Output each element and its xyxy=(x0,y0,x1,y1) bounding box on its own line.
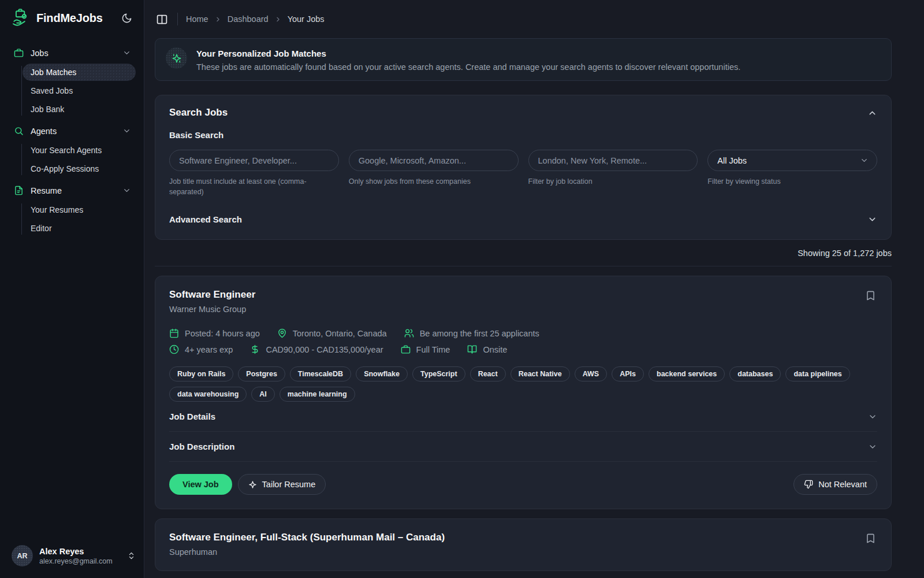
content: Your Personalized Job Matches These jobs… xyxy=(144,38,924,578)
job-meta: Posted: 4 hours ago Toronto, Ontario, Ca… xyxy=(169,328,877,354)
nav-group-label: Jobs xyxy=(31,49,49,58)
tailor-resume-button[interactable]: Tailor Resume xyxy=(238,474,326,495)
theme-toggle-button[interactable] xyxy=(119,10,135,26)
user-email: alex.reyes@gmail.com xyxy=(39,557,113,565)
chevron-down-icon xyxy=(122,49,131,57)
job-tag: TimescaleDB xyxy=(290,366,351,381)
nav-group-jobs: Jobs Job Matches Saved Jobs Job Bank xyxy=(8,43,136,118)
topbar-divider xyxy=(177,13,178,25)
job-details-toggle[interactable]: Job Details xyxy=(169,402,877,432)
sidebar-item-co-apply-sessions[interactable]: Co-Apply Sessions xyxy=(23,160,136,177)
chevron-right-icon xyxy=(214,16,222,23)
chevron-down-icon xyxy=(860,156,869,165)
not-relevant-label: Not Relevant xyxy=(818,480,867,489)
file-text-icon xyxy=(14,186,24,195)
nav-sublist-jobs: Job Matches Saved Jobs Job Bank xyxy=(21,64,136,118)
viewing-status-select[interactable]: All Jobs xyxy=(707,150,877,171)
briefcase-icon xyxy=(401,344,411,354)
bookmark-icon xyxy=(865,533,876,544)
banner-description: These jobs are automatically found based… xyxy=(196,62,740,72)
sidebar-item-job-matches[interactable]: Job Matches xyxy=(23,64,136,81)
job-title: Software Engineer xyxy=(169,289,255,301)
search-jobs-title: Search Jobs xyxy=(169,107,228,118)
map-pin-icon xyxy=(277,328,287,338)
nav-sublist-agents: Your Search Agents Co-Apply Sessions xyxy=(21,142,136,177)
nav-group-jobs-header[interactable]: Jobs xyxy=(8,43,136,62)
sidebar-item-editor[interactable]: Editor xyxy=(23,220,136,237)
job-tag: machine learning xyxy=(280,387,355,402)
avatar: AR xyxy=(12,545,33,566)
job-tag: AWS xyxy=(575,366,607,381)
nav-group-label: Agents xyxy=(31,127,57,136)
chevron-down-icon xyxy=(122,186,131,195)
user-menu[interactable]: AR Alex Reyes alex.reyes@gmail.com xyxy=(0,536,144,578)
job-card-header: Software Engineer, Full-Stack (Superhuma… xyxy=(169,532,877,557)
nav-sublist-resume: Your Resumes Editor xyxy=(21,201,136,237)
sidebar-item-job-bank[interactable]: Job Bank xyxy=(23,101,136,118)
sidebar: FindMeJobs Jobs Job Matches Saved Jobs xyxy=(0,0,144,578)
breadcrumb: Home Dashboard Your Jobs xyxy=(186,14,325,24)
not-relevant-button[interactable]: Not Relevant xyxy=(793,474,877,495)
calendar-icon xyxy=(169,328,179,338)
panel-columns-icon xyxy=(156,13,168,25)
companies-input[interactable] xyxy=(349,150,519,171)
book-open-icon xyxy=(467,344,477,354)
job-details-label: Job Details xyxy=(169,412,215,421)
location-input[interactable] xyxy=(528,150,698,171)
job-card: Software Engineer, Full-Stack (Superhuma… xyxy=(155,518,892,571)
workplace-text: Onsite xyxy=(483,345,507,354)
breadcrumb-dashboard[interactable]: Dashboard xyxy=(228,14,269,24)
bookmark-button[interactable] xyxy=(864,289,877,302)
job-tag: AI xyxy=(251,387,275,402)
sparkles-icon xyxy=(248,480,257,489)
experience-meta: 4+ years exp xyxy=(169,344,233,354)
basic-search-label: Basic Search xyxy=(169,130,877,140)
job-title-input[interactable] xyxy=(169,150,339,171)
job-description-toggle[interactable]: Job Description xyxy=(169,432,877,462)
personalized-matches-banner: Your Personalized Job Matches These jobs… xyxy=(155,38,892,81)
sidebar-item-saved-jobs[interactable]: Saved Jobs xyxy=(23,82,136,99)
breadcrumb-home[interactable]: Home xyxy=(186,14,208,24)
nav-group-resume-header[interactable]: Resume xyxy=(8,181,136,200)
bookmark-button[interactable] xyxy=(864,532,877,545)
nav-group-resume: Resume Your Resumes Editor xyxy=(8,181,136,237)
companies-field-group: Only show jobs from these companies xyxy=(349,150,519,197)
user-info: Alex Reyes alex.reyes@gmail.com xyxy=(39,547,113,565)
job-heading: Software Engineer, Full-Stack (Superhuma… xyxy=(169,532,445,557)
advanced-search-label: Advanced Search xyxy=(169,214,242,224)
view-job-button[interactable]: View Job xyxy=(169,474,232,495)
chevrons-up-down-icon xyxy=(127,551,136,560)
job-title-helper: Job title must include at least one (com… xyxy=(169,176,339,197)
job-tag: React xyxy=(470,366,506,381)
advanced-search-toggle[interactable]: Advanced Search xyxy=(169,214,877,224)
sidebar-item-your-resumes[interactable]: Your Resumes xyxy=(23,201,136,218)
sidebar-toggle-button[interactable] xyxy=(155,12,169,27)
workplace-meta: Onsite xyxy=(467,344,507,354)
nav-group-label: Resume xyxy=(31,186,62,195)
job-title: Software Engineer, Full-Stack (Superhuma… xyxy=(169,532,445,543)
sidebar-item-your-search-agents[interactable]: Your Search Agents xyxy=(23,142,136,159)
dollar-sign-icon xyxy=(250,344,260,354)
briefcase-icon xyxy=(14,48,24,58)
job-tag: backend services xyxy=(649,366,725,381)
job-tag: data warehousing xyxy=(169,387,247,402)
status-field-group: All Jobs Filter by viewing status xyxy=(707,150,877,197)
job-actions: View Job Tailor Resume Not Relevant xyxy=(169,474,877,495)
nav-group-agents-header[interactable]: Agents xyxy=(8,121,136,140)
chevron-right-icon xyxy=(274,16,282,23)
location-meta: Toronto, Ontario, Canada xyxy=(277,328,387,338)
job-company: Superhuman xyxy=(169,547,445,557)
search-jobs-header[interactable]: Search Jobs xyxy=(169,107,877,118)
banner-title: Your Personalized Job Matches xyxy=(196,47,740,58)
chevron-down-icon xyxy=(868,412,877,421)
job-meta-row-2: 4+ years exp CAD90,000 - CAD135,000/year… xyxy=(169,344,877,354)
job-tag: Ruby on Rails xyxy=(169,366,233,381)
users-icon xyxy=(404,328,414,338)
user-name: Alex Reyes xyxy=(39,547,113,556)
location-field-group: Filter by job location xyxy=(528,150,698,197)
chevron-up-icon[interactable] xyxy=(867,108,877,118)
location-text: Toronto, Ontario, Canada xyxy=(293,329,387,338)
applicants-text: Be among the first 25 applicants xyxy=(420,329,539,338)
chevron-down-icon xyxy=(868,442,877,451)
tailor-resume-label: Tailor Resume xyxy=(262,480,316,489)
